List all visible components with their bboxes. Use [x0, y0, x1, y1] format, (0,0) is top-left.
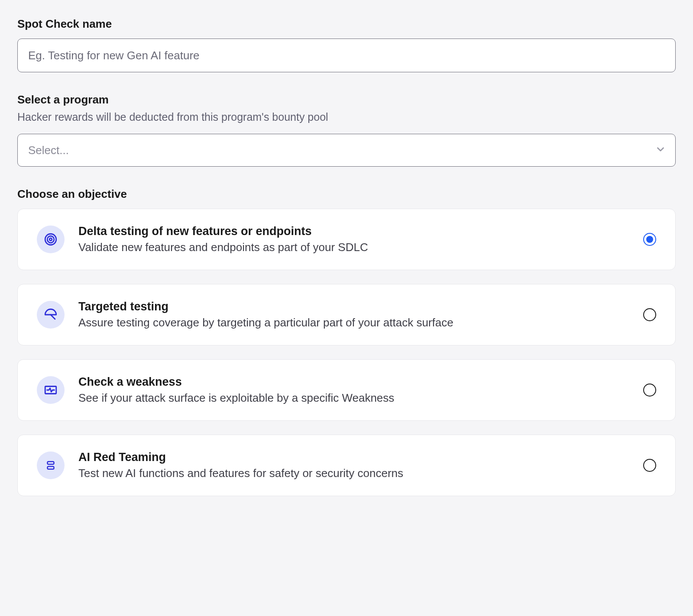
objective-desc: Validate new features and endpoints as p…	[78, 241, 629, 254]
spot-check-name-label: Spot Check name	[17, 17, 676, 31]
ai-module-icon	[37, 452, 65, 479]
spot-check-name-field: Spot Check name	[17, 17, 676, 72]
objective-radio-delta[interactable]	[643, 233, 656, 246]
objective-radio-weakness[interactable]	[643, 384, 656, 397]
program-hint: Hacker rewards will be deducted from thi…	[17, 111, 676, 123]
objective-desc: Test new AI functions and features for s…	[78, 467, 629, 480]
spot-check-name-input[interactable]	[17, 39, 676, 72]
objective-label: Choose an objective	[17, 187, 676, 201]
objective-title: AI Red Teaming	[78, 451, 629, 464]
objective-desc: Assure testing coverage by targeting a p…	[78, 316, 629, 329]
svg-point-1	[47, 236, 54, 243]
objective-card-delta[interactable]: Delta testing of new features or endpoin…	[17, 209, 676, 270]
target-spiral-icon	[37, 226, 65, 253]
objective-radio-ai[interactable]	[643, 459, 656, 472]
objective-card-weakness[interactable]: Check a weakness See if your attack surf…	[17, 359, 676, 421]
program-select[interactable]: Select...	[17, 134, 676, 167]
objective-radio-targeted[interactable]	[643, 308, 656, 321]
objective-section: Choose an objective Delta testing of new…	[17, 187, 676, 496]
svg-point-2	[49, 238, 52, 241]
svg-rect-5	[48, 467, 54, 469]
umbrella-icon	[37, 301, 65, 329]
objective-card-ai[interactable]: AI Red Teaming Test new AI functions and…	[17, 435, 676, 496]
waveform-icon	[37, 376, 65, 404]
objective-title: Delta testing of new features or endpoin…	[78, 225, 629, 238]
svg-rect-4	[48, 461, 54, 464]
objective-desc: See if your attack surface is exploitabl…	[78, 391, 629, 405]
objective-card-targeted[interactable]: Targeted testing Assure testing coverage…	[17, 284, 676, 345]
program-label: Select a program	[17, 93, 676, 106]
objective-title: Targeted testing	[78, 300, 629, 313]
program-field: Select a program Hacker rewards will be …	[17, 93, 676, 167]
program-select-placeholder: Select...	[28, 144, 69, 157]
objective-title: Check a weakness	[78, 375, 629, 389]
